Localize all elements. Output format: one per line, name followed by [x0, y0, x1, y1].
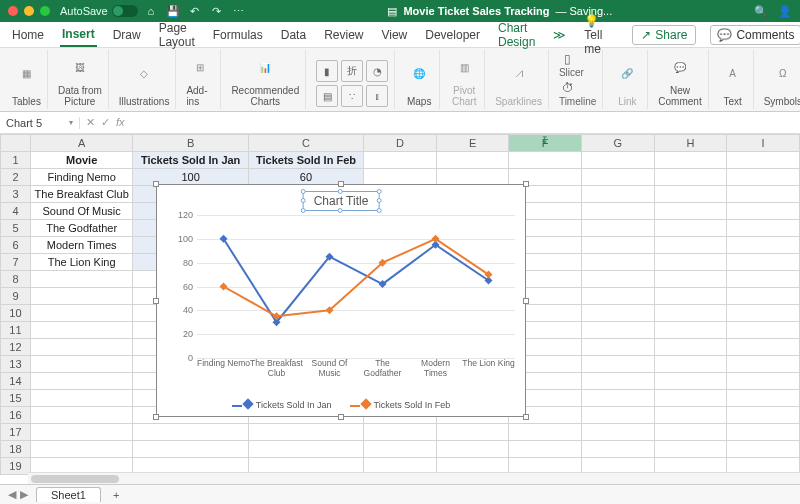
cell[interactable]: [727, 186, 800, 203]
cell[interactable]: [654, 254, 727, 271]
name-box[interactable]: Chart 5 ▾: [0, 117, 80, 129]
sheet-tab-sheet1[interactable]: Sheet1: [36, 487, 101, 502]
cell[interactable]: [654, 322, 727, 339]
cell[interactable]: [582, 322, 655, 339]
row-header-6[interactable]: 6: [1, 237, 31, 254]
cell[interactable]: [133, 424, 248, 441]
cell[interactable]: The Breakfast Club: [30, 186, 133, 203]
select-all-corner[interactable]: [1, 135, 31, 152]
group-addins[interactable]: ⊞ Add-ins: [180, 50, 221, 109]
tab-data[interactable]: Data: [279, 24, 308, 46]
row-header-18[interactable]: 18: [1, 441, 31, 458]
row-header-7[interactable]: 7: [1, 254, 31, 271]
cell[interactable]: The Lion King: [30, 254, 133, 271]
cell[interactable]: [582, 288, 655, 305]
group-text[interactable]: A Text: [713, 50, 754, 109]
cell[interactable]: [436, 169, 509, 186]
row-header-9[interactable]: 9: [1, 288, 31, 305]
cell[interactable]: [654, 237, 727, 254]
search-icon[interactable]: 🔍: [754, 5, 768, 18]
autosave-toggle[interactable]: [112, 5, 138, 17]
pie-chart-icon[interactable]: ◔: [366, 60, 388, 82]
col-header-G[interactable]: G: [582, 135, 655, 152]
cell[interactable]: Movie: [30, 152, 133, 169]
line-chart-icon[interactable]: 折: [341, 60, 363, 82]
redo-icon[interactable]: ↷: [210, 4, 224, 18]
cancel-formula-icon[interactable]: ✕: [86, 116, 95, 129]
cell[interactable]: [654, 220, 727, 237]
cell[interactable]: [30, 271, 133, 288]
cell[interactable]: [654, 186, 727, 203]
col-header-A[interactable]: A: [30, 135, 133, 152]
cell[interactable]: The Godfather: [30, 220, 133, 237]
cell[interactable]: [727, 169, 800, 186]
cell[interactable]: Tickets Sold In Feb: [248, 152, 363, 169]
bar-chart-icon[interactable]: ▮: [316, 60, 338, 82]
cell[interactable]: [582, 237, 655, 254]
cell[interactable]: 60: [248, 169, 363, 186]
cell[interactable]: [654, 203, 727, 220]
cell[interactable]: [654, 407, 727, 424]
cell[interactable]: Sound Of Music: [30, 203, 133, 220]
comments-button[interactable]: 💬 Comments: [710, 25, 800, 45]
cell[interactable]: [436, 424, 509, 441]
legend-series-1[interactable]: Tickets Sold In Jan: [232, 400, 332, 410]
embedded-chart[interactable]: Chart Title 020406080100120 Finding Nemo…: [156, 184, 526, 417]
cell[interactable]: [582, 356, 655, 373]
row-header-11[interactable]: 11: [1, 322, 31, 339]
cell[interactable]: [727, 305, 800, 322]
cell[interactable]: [248, 424, 363, 441]
scrollbar-thumb[interactable]: [31, 475, 119, 483]
row-header-15[interactable]: 15: [1, 390, 31, 407]
fx-icon[interactable]: fx: [116, 116, 125, 129]
tab-review[interactable]: Review: [322, 24, 365, 46]
row-header-17[interactable]: 17: [1, 424, 31, 441]
cell[interactable]: [582, 271, 655, 288]
cell[interactable]: [30, 407, 133, 424]
col-header-H[interactable]: H: [654, 135, 727, 152]
cell[interactable]: [654, 441, 727, 458]
cell[interactable]: [582, 390, 655, 407]
cell[interactable]: [654, 356, 727, 373]
cell[interactable]: [364, 441, 437, 458]
cell[interactable]: [727, 271, 800, 288]
cell[interactable]: [30, 424, 133, 441]
col-header-I[interactable]: I: [727, 135, 800, 152]
tab-more-icon[interactable]: ≫: [551, 24, 568, 46]
cell[interactable]: [582, 152, 655, 169]
cell[interactable]: [654, 339, 727, 356]
share-button[interactable]: ↗ Share: [632, 25, 696, 45]
cell[interactable]: [364, 152, 437, 169]
tab-draw[interactable]: Draw: [111, 24, 143, 46]
group-symbols[interactable]: Ω Symbols: [758, 50, 800, 109]
row-header-1[interactable]: 1: [1, 152, 31, 169]
cell[interactable]: [248, 441, 363, 458]
cell[interactable]: [364, 424, 437, 441]
tab-formulas[interactable]: Formulas: [211, 24, 265, 46]
cell[interactable]: [582, 305, 655, 322]
cell[interactable]: [30, 390, 133, 407]
scatter-chart-icon[interactable]: ∵: [341, 85, 363, 107]
cell[interactable]: [436, 441, 509, 458]
col-header-C[interactable]: C: [248, 135, 363, 152]
cell[interactable]: [30, 373, 133, 390]
row-header-16[interactable]: 16: [1, 407, 31, 424]
tab-page-layout[interactable]: Page Layout: [157, 17, 197, 53]
cell[interactable]: [727, 288, 800, 305]
row-header-8[interactable]: 8: [1, 271, 31, 288]
cell[interactable]: [727, 407, 800, 424]
chart-legend[interactable]: Tickets Sold In Jan Tickets Sold In Feb: [157, 400, 525, 410]
cell[interactable]: [30, 305, 133, 322]
tab-home[interactable]: Home: [10, 24, 46, 46]
cell[interactable]: [509, 152, 582, 169]
cell[interactable]: [727, 424, 800, 441]
group-rec-charts[interactable]: 📊 Recommended Charts: [225, 50, 306, 109]
cell[interactable]: [727, 390, 800, 407]
row-header-13[interactable]: 13: [1, 356, 31, 373]
cell[interactable]: [582, 373, 655, 390]
cell[interactable]: [727, 373, 800, 390]
tab-chart-design[interactable]: Chart Design: [496, 17, 537, 53]
col-header-B[interactable]: B: [133, 135, 248, 152]
cell[interactable]: [582, 441, 655, 458]
group-maps[interactable]: 🌐 Maps: [399, 50, 440, 109]
